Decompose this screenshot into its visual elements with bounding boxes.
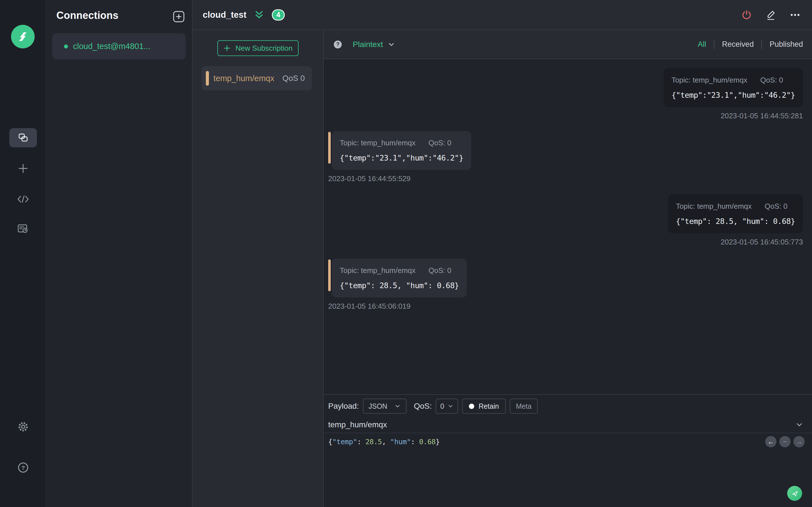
message-topic: Topic: temp_hum/emqx xyxy=(676,202,752,211)
plus-icon xyxy=(223,44,231,52)
message-qos: QoS: 0 xyxy=(760,76,783,84)
chevron-down-icon xyxy=(388,41,395,48)
mqttx-window: ? Connections cloud_test@m4801... cloud_… xyxy=(0,0,812,507)
right-body: New Subscription temp_hum/emqx QoS 0 ? P… xyxy=(193,30,812,507)
message-list: Topic: temp_hum/emqx QoS: 0 {"temp":"23.… xyxy=(324,59,812,394)
mqttx-logo-mark xyxy=(16,30,29,43)
topic-row xyxy=(324,417,812,433)
publish-controls: Payload: JSON QoS: 0 xyxy=(328,399,808,414)
collapse-all-button[interactable] xyxy=(254,10,264,20)
connected-status-dot xyxy=(64,45,68,48)
log-document-clock-icon xyxy=(17,223,30,235)
topic-color-bar xyxy=(328,132,331,164)
meta-label: Meta xyxy=(516,402,532,410)
payload-format-help-icon[interactable]: ? xyxy=(334,41,342,48)
pencil-icon xyxy=(765,9,776,21)
payload-format-value: JSON xyxy=(368,402,388,410)
plus-square-icon xyxy=(173,11,185,22)
message-area: ? Plaintext All Received Published xyxy=(324,30,812,507)
message-payload: {"temp": 28.5, "hum": 0.68} xyxy=(676,217,795,226)
message-meta: Topic: temp_hum/emqx QoS: 0 xyxy=(672,76,795,84)
history-prev-button[interactable]: ← xyxy=(765,436,776,447)
disconnect-power-button[interactable] xyxy=(741,9,752,20)
format-value: Plaintext xyxy=(353,40,383,49)
editor-token: , xyxy=(382,438,390,446)
qos-label: QoS: xyxy=(414,402,432,411)
connection-title: cloud_test xyxy=(203,10,246,20)
meta-button[interactable]: Meta xyxy=(510,399,538,414)
editor-token: { xyxy=(328,438,333,446)
chevron-down-icon xyxy=(394,403,401,409)
filter-received[interactable]: Received xyxy=(722,40,754,49)
sidebar-item-connections[interactable] xyxy=(9,128,37,147)
connection-list-item[interactable]: cloud_test@m4801... xyxy=(52,33,186,59)
message-payload: {"temp":"23.1","hum":"46.2"} xyxy=(672,91,795,100)
retain-toggle[interactable]: Retain xyxy=(462,399,506,414)
sidebar-item-script[interactable] xyxy=(15,191,31,207)
subscription-color-bar xyxy=(206,71,209,86)
message-payload: {"temp": 28.5, "hum": 0.68} xyxy=(340,281,459,290)
connections-panel: Connections cloud_test@m4801... xyxy=(46,0,193,507)
payload-format-select[interactable]: JSON xyxy=(363,399,407,414)
history-remove-button[interactable]: − xyxy=(779,436,791,447)
message-topic: Topic: temp_hum/emqx xyxy=(672,76,748,84)
editor-token: 0.68 xyxy=(419,438,436,446)
message-published: Topic: temp_hum/emqx QoS: 0 {"temp":"23.… xyxy=(664,68,803,120)
connections-panel-title: Connections xyxy=(56,10,118,21)
add-connection-button[interactable] xyxy=(173,11,185,22)
connection-name: cloud_test@m4801... xyxy=(73,42,150,51)
editor-token: "temp" xyxy=(333,438,357,446)
message-bubble[interactable]: Topic: temp_hum/emqx QoS: 0 {"temp":"23.… xyxy=(332,131,471,170)
power-icon xyxy=(741,9,752,20)
collapse-editor-chevron-icon[interactable] xyxy=(795,420,804,429)
topic-input[interactable] xyxy=(328,420,795,429)
topic-color-bar xyxy=(328,260,331,291)
retain-label: Retain xyxy=(478,402,499,410)
qos-select[interactable]: 0 xyxy=(436,399,458,414)
history-next-button[interactable]: → xyxy=(794,436,805,447)
message-format-select[interactable]: Plaintext xyxy=(353,40,395,49)
message-received: Topic: temp_hum/emqx QoS: 0 {"temp":"23.… xyxy=(328,131,471,183)
right-region: cloud_test 4 xyxy=(193,0,812,507)
message-published: Topic: temp_hum/emqx QoS: 0 {"temp": 28.… xyxy=(668,194,803,246)
editor-token: } xyxy=(436,438,440,446)
sidebar-item-log[interactable] xyxy=(15,221,31,237)
message-bubble[interactable]: Topic: temp_hum/emqx QoS: 0 {"temp": 28.… xyxy=(668,194,803,233)
connection-header: cloud_test 4 xyxy=(193,0,812,30)
message-bubble[interactable]: Topic: temp_hum/emqx QoS: 0 {"temp":"23.… xyxy=(664,68,803,107)
new-subscription-button[interactable]: New Subscription xyxy=(217,40,299,56)
payload-format-label: Payload: xyxy=(328,402,359,411)
sidebar-item-new-connection[interactable] xyxy=(15,160,31,177)
subscription-topic: temp_hum/emqx xyxy=(213,74,274,83)
plus-icon xyxy=(17,162,29,175)
subscription-item[interactable]: temp_hum/emqx QoS 0 xyxy=(202,66,312,91)
retain-dot-icon xyxy=(469,404,474,409)
message-received: Topic: temp_hum/emqx QoS: 0 {"temp": 28.… xyxy=(328,259,467,311)
message-meta: Topic: temp_hum/emqx QoS: 0 xyxy=(340,266,459,275)
filter-published[interactable]: Published xyxy=(769,40,803,49)
message-qos: QoS: 0 xyxy=(428,266,451,275)
more-options-button[interactable] xyxy=(790,9,801,20)
new-subscription-label: New Subscription xyxy=(236,44,292,53)
payload-editor[interactable]: {"temp": 28.5, "hum": 0.68} xyxy=(328,438,750,446)
connections-icon xyxy=(17,131,29,144)
double-chevron-down-icon xyxy=(254,10,264,20)
edit-connection-button[interactable] xyxy=(765,9,776,21)
subscription-qos: QoS 0 xyxy=(283,74,305,83)
sidebar-item-settings[interactable] xyxy=(15,418,31,435)
sidebar-item-help[interactable]: ? xyxy=(15,459,31,476)
ellipsis-icon xyxy=(790,9,801,20)
gear-icon xyxy=(17,420,30,433)
message-meta: Topic: temp_hum/emqx QoS: 0 xyxy=(340,138,463,147)
filter-all[interactable]: All xyxy=(698,40,706,49)
history-nav: ← − → xyxy=(765,436,805,447)
message-filters: All Received Published xyxy=(698,40,803,49)
message-payload: {"temp":"23.1","hum":"46.2"} xyxy=(340,154,463,162)
code-icon xyxy=(17,194,30,205)
message-timestamp: 2023-01-05 16:45:05:773 xyxy=(721,238,803,246)
message-timestamp: 2023-01-05 16:45:06:019 xyxy=(328,302,410,311)
publish-panel: Payload: JSON QoS: 0 xyxy=(324,394,812,507)
editor-token: 28.5 xyxy=(365,438,382,446)
send-button[interactable] xyxy=(787,486,802,501)
message-bubble[interactable]: Topic: temp_hum/emqx QoS: 0 {"temp": 28.… xyxy=(332,259,467,297)
